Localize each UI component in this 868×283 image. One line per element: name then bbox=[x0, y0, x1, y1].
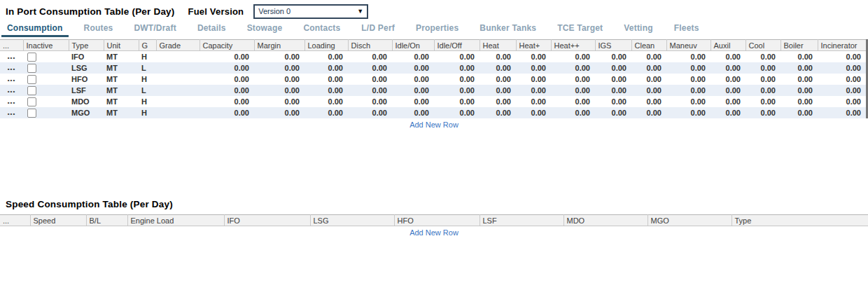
cell-grade[interactable] bbox=[156, 96, 200, 107]
cell-loading[interactable]: 0.00 bbox=[304, 85, 348, 96]
tab-bunker-tanks[interactable]: Bunker Tanks bbox=[474, 23, 542, 37]
cell-type[interactable]: MGO bbox=[69, 107, 104, 118]
cell-idle-on[interactable]: 0.00 bbox=[392, 51, 434, 63]
cell-g[interactable]: H bbox=[139, 74, 156, 85]
cell-heat[interactable]: 0.00 bbox=[479, 107, 516, 118]
cell-row-menu[interactable]: ••• bbox=[0, 85, 23, 96]
cell-grade[interactable] bbox=[156, 51, 200, 63]
cell-inactive[interactable] bbox=[23, 96, 69, 107]
cell-capacity[interactable]: 0.00 bbox=[200, 51, 254, 63]
cell-auxil[interactable]: 0.00 bbox=[710, 107, 746, 118]
cell-row-menu[interactable]: ••• bbox=[0, 62, 23, 74]
tab-routes[interactable]: Routes bbox=[78, 23, 119, 37]
cell-disch[interactable]: 0.00 bbox=[348, 96, 392, 107]
cell-heat[interactable]: 0.00 bbox=[479, 62, 516, 74]
cell-boiler[interactable]: 0.00 bbox=[780, 62, 818, 74]
cell-maneuv[interactable]: 0.00 bbox=[666, 96, 710, 107]
cell-heat-plus[interactable]: 0.00 bbox=[516, 51, 551, 63]
cell-disch[interactable]: 0.00 bbox=[348, 51, 392, 63]
cell-igs[interactable]: 0.00 bbox=[595, 96, 631, 107]
row-menu-icon[interactable]: ••• bbox=[8, 88, 15, 95]
cell-loading[interactable]: 0.00 bbox=[304, 107, 348, 118]
cell-margin[interactable]: 0.00 bbox=[254, 107, 304, 118]
cell-maneuv[interactable]: 0.00 bbox=[666, 107, 710, 118]
cell-grade[interactable] bbox=[156, 74, 200, 85]
fuel-version-select[interactable]: Version 0 ▼ bbox=[253, 4, 368, 19]
cell-cool[interactable]: 0.00 bbox=[746, 107, 780, 118]
cell-margin[interactable]: 0.00 bbox=[254, 85, 304, 96]
add-new-row-link-speed[interactable]: Add New Row bbox=[0, 228, 868, 237]
cell-capacity[interactable]: 0.00 bbox=[200, 96, 254, 107]
cell-cool[interactable]: 0.00 bbox=[746, 51, 780, 63]
cell-idle-off[interactable]: 0.00 bbox=[434, 74, 479, 85]
cell-heat-plus-plus[interactable]: 0.00 bbox=[551, 85, 595, 96]
cell-boiler[interactable]: 0.00 bbox=[780, 96, 818, 107]
cell-idle-off[interactable]: 0.00 bbox=[434, 51, 479, 63]
cell-clean[interactable]: 0.00 bbox=[631, 51, 666, 63]
cell-auxil[interactable]: 0.00 bbox=[710, 85, 746, 96]
cell-idle-off[interactable]: 0.00 bbox=[434, 96, 479, 107]
inactive-checkbox[interactable] bbox=[27, 75, 36, 84]
cell-cool[interactable]: 0.00 bbox=[746, 96, 780, 107]
cell-type[interactable]: LSG bbox=[69, 62, 104, 74]
cell-type[interactable]: IFO bbox=[69, 51, 104, 63]
cell-idle-on[interactable]: 0.00 bbox=[392, 62, 434, 74]
cell-clean[interactable]: 0.00 bbox=[631, 96, 666, 107]
tab-consumption[interactable]: Consumption bbox=[1, 23, 69, 37]
cell-heat-plus-plus[interactable]: 0.00 bbox=[551, 62, 595, 74]
cell-igs[interactable]: 0.00 bbox=[595, 74, 631, 85]
cell-type[interactable]: HFO bbox=[69, 74, 104, 85]
cell-idle-on[interactable]: 0.00 bbox=[392, 96, 434, 107]
cell-heat-plus[interactable]: 0.00 bbox=[516, 107, 551, 118]
cell-unit[interactable]: MT bbox=[104, 85, 139, 96]
row-menu-icon[interactable]: ••• bbox=[8, 66, 15, 72]
cell-clean[interactable]: 0.00 bbox=[631, 85, 666, 96]
cell-disch[interactable]: 0.00 bbox=[348, 62, 392, 74]
cell-heat-plus[interactable]: 0.00 bbox=[516, 96, 551, 107]
cell-g[interactable]: L bbox=[139, 85, 156, 96]
cell-loading[interactable]: 0.00 bbox=[304, 62, 348, 74]
tab-details[interactable]: Details bbox=[192, 23, 232, 37]
tab-l-d-perf[interactable]: L/D Perf bbox=[356, 23, 400, 37]
cell-g[interactable]: H bbox=[139, 96, 156, 107]
cell-heat-plus-plus[interactable]: 0.00 bbox=[551, 107, 595, 118]
cell-row-menu[interactable]: ••• bbox=[0, 96, 23, 107]
cell-incinerator[interactable]: 0.00 bbox=[818, 85, 866, 96]
cell-maneuv[interactable]: 0.00 bbox=[666, 85, 710, 96]
cell-incinerator[interactable]: 0.00 bbox=[818, 74, 866, 85]
cell-incinerator[interactable]: 0.00 bbox=[818, 62, 866, 74]
cell-clean[interactable]: 0.00 bbox=[631, 62, 666, 74]
cell-disch[interactable]: 0.00 bbox=[348, 85, 392, 96]
cell-clean[interactable]: 0.00 bbox=[631, 107, 666, 118]
cell-inactive[interactable] bbox=[23, 107, 69, 118]
cell-clean[interactable]: 0.00 bbox=[631, 74, 666, 85]
cell-inactive[interactable] bbox=[23, 85, 69, 96]
cell-row-menu[interactable]: ••• bbox=[0, 74, 23, 85]
cell-incinerator[interactable]: 0.00 bbox=[818, 96, 866, 107]
cell-inactive[interactable] bbox=[23, 51, 69, 63]
inactive-checkbox[interactable] bbox=[27, 53, 36, 62]
inactive-checkbox[interactable] bbox=[27, 86, 36, 95]
cell-igs[interactable]: 0.00 bbox=[595, 107, 631, 118]
cell-type[interactable]: LSF bbox=[69, 85, 104, 96]
cell-margin[interactable]: 0.00 bbox=[254, 62, 304, 74]
cell-unit[interactable]: MT bbox=[104, 62, 139, 74]
cell-incinerator[interactable]: 0.00 bbox=[818, 51, 866, 63]
cell-boiler[interactable]: 0.00 bbox=[780, 74, 818, 85]
inactive-checkbox[interactable] bbox=[27, 97, 36, 106]
row-menu-icon[interactable]: ••• bbox=[8, 111, 15, 117]
cell-inactive[interactable] bbox=[23, 62, 69, 74]
cell-igs[interactable]: 0.00 bbox=[595, 62, 631, 74]
cell-g[interactable]: H bbox=[139, 107, 156, 118]
cell-cool[interactable]: 0.00 bbox=[746, 85, 780, 96]
cell-g[interactable]: H bbox=[139, 51, 156, 63]
cell-boiler[interactable]: 0.00 bbox=[780, 51, 818, 63]
cell-grade[interactable] bbox=[156, 85, 200, 96]
cell-auxil[interactable]: 0.00 bbox=[710, 96, 746, 107]
cell-maneuv[interactable]: 0.00 bbox=[666, 62, 710, 74]
cell-inactive[interactable] bbox=[23, 74, 69, 85]
tab-vetting[interactable]: Vetting bbox=[618, 23, 658, 37]
cell-capacity[interactable]: 0.00 bbox=[200, 107, 254, 118]
cell-unit[interactable]: MT bbox=[104, 51, 139, 63]
cell-idle-off[interactable]: 0.00 bbox=[434, 62, 479, 74]
